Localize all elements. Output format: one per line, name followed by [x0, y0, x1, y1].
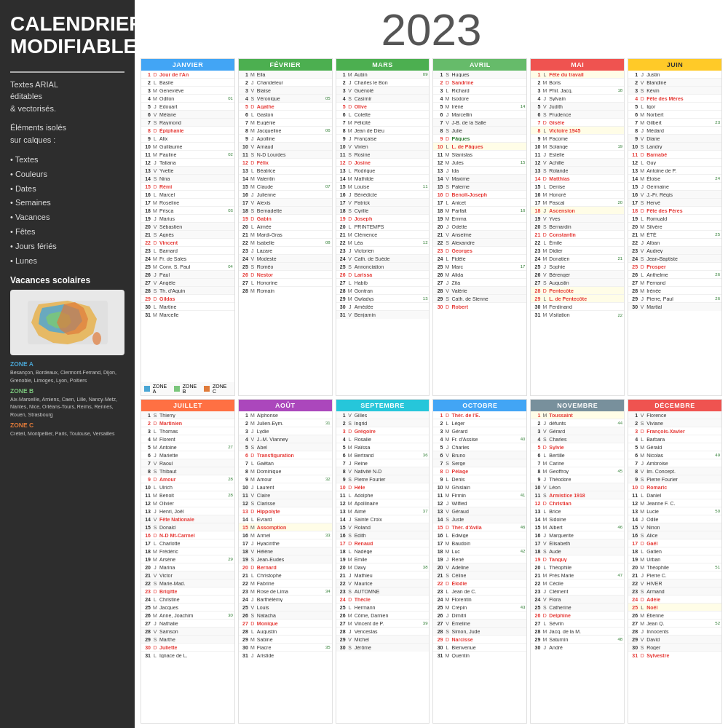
month-octobre: OCTOBRE 1DThèr. de l'E. 2LLéger 3MGérard…: [432, 399, 527, 724]
body-novembre: 1MToussaint 2Jdéfunts44 3VGérard 4SCharl…: [531, 411, 624, 723]
header-janvier: JANVIER: [141, 59, 234, 71]
header-novembre: NOVEMBRE: [531, 400, 624, 411]
elements-list: Textes Couleurs Dates Semaines Vacances …: [10, 153, 124, 268]
svg-point-5: [92, 332, 101, 345]
month-fevrier: FÉVRIER 1MElla 2JChandeleur 3VBlaise 4SV…: [238, 58, 333, 396]
month-juin: JUIN 1JJustin 2VBlandine 3SKévin 4DFête …: [628, 58, 722, 396]
list-item: Fêtes: [10, 225, 124, 240]
body-aout: 1MAlphonse 2MJulien-Eym.31 3JLydie 4VJ.-…: [239, 411, 332, 723]
month-janvier: JANVIER 1DJour de l'An 2LBasile 3MGenevi…: [141, 58, 235, 396]
body-octobre: 1DThèr. de l'E. 2LLéger 3MGérard 4MFr. d…: [433, 411, 526, 723]
zone-c-label: ZONE C: [10, 422, 33, 429]
list-item: Lunes: [10, 254, 124, 269]
body-janvier: 1DJour de l'An 2LBasile 3MGeneviève 4MOd…: [141, 71, 234, 382]
body-fevrier: 1MElla 2JChandeleur 3VBlaise 4SVéronique…: [239, 71, 332, 395]
body-septembre: 1VGilles 2SIngrid 3DGrégoire 4LRosalie 5…: [336, 411, 430, 723]
list-item: Semaines: [10, 196, 124, 210]
header-juillet: JUILLET: [141, 400, 234, 411]
header-septembre: SEPTEMBRE: [336, 400, 430, 411]
body-decembre: 1VFlorence 2SViviane 3DFrançois-Xavier 4…: [628, 411, 721, 723]
header-mai: MAI: [531, 59, 624, 71]
sidebar: CALENDRIERMODIFIABLE Textes ARIALéditabl…: [0, 0, 135, 728]
vacances-title: Vacances scolaires: [10, 275, 124, 285]
body-juillet: 1SThierry 2DMartinien 3LThomas 4MFlorent…: [141, 411, 234, 723]
body-avril: 1SHugues 2DSandrine 3LRichard 4MIsodore …: [433, 71, 526, 395]
zones-info: ZONE A Besançon, Bordeaux, Clermont-Ferr…: [10, 360, 124, 438]
month-septembre: SEPTEMBRE 1VGilles 2SIngrid 3DGrégoire 4…: [336, 399, 430, 724]
header-octobre: OCTOBRE: [433, 400, 526, 411]
calendar-grid: JANVIER 1DJour de l'An 2LBasile 3MGenevi…: [141, 58, 722, 724]
month-decembre: DÉCEMBRE 1VFlorence 2SViviane 3DFrançois…: [628, 399, 722, 724]
sidebar-description: Textes ARIALéditables& vectorisés.: [10, 79, 124, 115]
year-display: 2023: [141, 7, 722, 52]
body-mars: 1MAubin09 2JCharles le Bon 3VGuénolé 4SC…: [336, 71, 430, 395]
zone-legend-jan: ZONE A ZONE B ZONE C: [141, 382, 234, 395]
list-item: Dates: [10, 182, 124, 197]
list-item: Jours fériés: [10, 240, 124, 254]
header-decembre: DÉCEMBRE: [628, 400, 721, 411]
body-juin: 1JJustin 2VBlandine 3SKévin 4DFête des M…: [628, 71, 721, 395]
body-mai: 1LFête du travail 2MBoris 3MPhil. Jacq.1…: [531, 71, 624, 395]
header-avril: AVRIL: [433, 59, 526, 71]
sidebar-title: CALENDRIERMODIFIABLE: [10, 13, 124, 58]
month-juillet: JUILLET 1SThierry 2DMartinien 3LThomas 4…: [141, 399, 235, 724]
zone-a-label: ZONE A: [10, 360, 33, 368]
list-item: Textes: [10, 153, 124, 167]
month-mars: MARS 1MAubin09 2JCharles le Bon 3VGuénol…: [336, 58, 430, 396]
month-novembre: NOVEMBRE 1MToussaint 2Jdéfunts44 3VGérar…: [530, 399, 625, 724]
header-aout: AOÛT: [239, 400, 332, 411]
header-juin: JUIN: [628, 59, 721, 71]
month-aout: AOÛT 1MAlphonse 2MJulien-Eym.31 3JLydie …: [238, 399, 333, 724]
elements-label: Éléments isoléssur calques :: [10, 122, 124, 146]
map-container: [10, 290, 124, 355]
list-item: Vacances: [10, 210, 124, 225]
header-fevrier: FÉVRIER: [239, 59, 332, 71]
month-mai: MAI 1LFête du travail 2MBoris 3MPhil. Ja…: [530, 58, 625, 396]
month-avril: AVRIL 1SHugues 2DSandrine 3LRichard 4MIs…: [432, 58, 527, 396]
zone-b-label: ZONE B: [10, 387, 33, 395]
header-mars: MARS: [336, 59, 430, 71]
list-item: Couleurs: [10, 167, 124, 182]
main-content: 2023 JANVIER 1DJour de l'An 2LBasile 3MG…: [135, 0, 728, 728]
